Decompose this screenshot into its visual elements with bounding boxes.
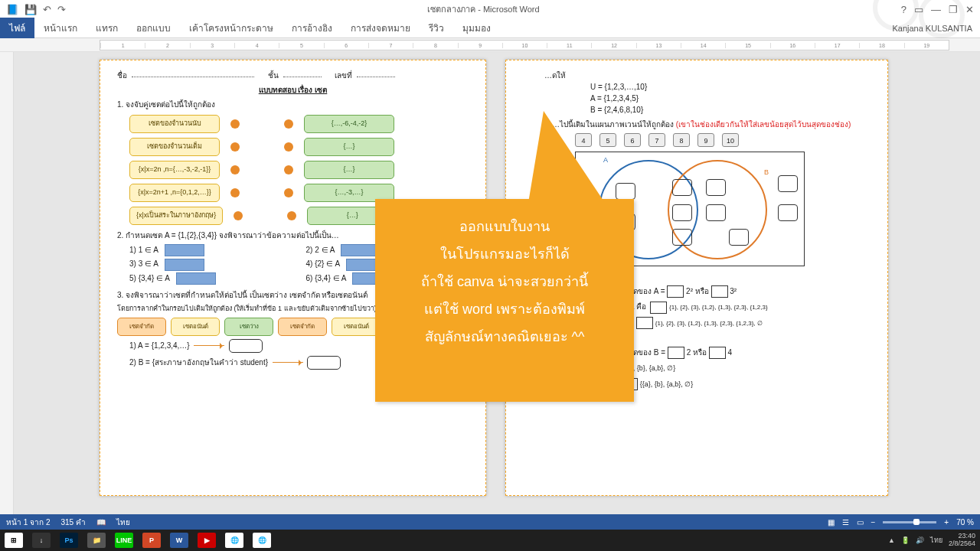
tab-file[interactable]: ไฟล์ xyxy=(0,18,34,38)
taskbar-app[interactable]: 🌐 xyxy=(220,530,248,551)
tab-insert[interactable]: แทรก xyxy=(87,18,127,38)
tab-design[interactable]: ออกแบบ xyxy=(127,18,180,38)
venn-slot[interactable] xyxy=(706,179,726,196)
taskbar-app[interactable]: 🌐 xyxy=(248,530,276,551)
undo-icon[interactable]: ↶ xyxy=(43,4,51,15)
word-count[interactable]: 315 คำ xyxy=(60,517,85,528)
language-indicator[interactable]: ไทย xyxy=(116,517,130,528)
answer-box[interactable] xyxy=(668,347,684,359)
match-right-pill[interactable]: {…} xyxy=(304,138,394,156)
number-tile[interactable]: 7 xyxy=(648,133,665,147)
redo-icon[interactable]: ↷ xyxy=(57,4,66,15)
match-dot-icon xyxy=(284,188,293,197)
number-tile[interactable]: 10 xyxy=(722,133,739,147)
number-tile[interactable]: 6 xyxy=(624,133,641,147)
set-type-pill[interactable]: เซตอนันต์ xyxy=(171,318,220,336)
answer-box[interactable] xyxy=(650,302,667,314)
q2-item: 3) 3 ∈ A xyxy=(129,259,158,268)
q2-item: 2) 2 ∈ A xyxy=(306,246,335,254)
taskbar-app[interactable]: LINE xyxy=(110,530,138,551)
title-bar: 📘 💾 ↶ ↷ เซตกลางภาค - Microsoft Word ? ▭ … xyxy=(0,0,980,18)
venn-slot[interactable] xyxy=(616,183,635,200)
ribbon-tabs: ไฟล์ หน้าแรก แทรก ออกแบบ เค้าโครงหน้ากระ… xyxy=(0,18,980,38)
venn-label-b: B xyxy=(764,168,769,178)
match-dot-icon xyxy=(284,119,293,129)
opt-b1: 2 หรือ xyxy=(687,348,707,357)
tray-clock[interactable]: 23:40 2/8/2564 xyxy=(949,533,975,548)
set-type-pill[interactable]: เซตอนันต์ xyxy=(332,318,381,336)
answer-box[interactable] xyxy=(709,347,726,359)
zoom-slider[interactable] xyxy=(883,521,936,523)
taskbar-app[interactable]: ⊞ xyxy=(0,530,28,551)
tray-date: 2/8/2564 xyxy=(949,540,975,548)
venn-slot[interactable] xyxy=(672,179,692,196)
tab-references[interactable]: การอ้างอิง xyxy=(283,18,341,38)
q2-item: 6) {3,4} ∈ A xyxy=(306,274,346,282)
venn-slot[interactable] xyxy=(778,204,798,221)
match-left-pill[interactable]: {x|x=2n+1 ,n={0,1,2,…}} xyxy=(129,184,220,202)
number-tile[interactable]: 8 xyxy=(673,133,690,147)
opt-list-1: {1}, {2}, {3}, {1,2}, {1,3}, {2,3}, {1,2… xyxy=(669,304,768,311)
tab-review[interactable]: รีวิว xyxy=(420,18,453,38)
set-a: A = {1,2,3,4,5} xyxy=(590,93,871,104)
window-title: เซตกลางภาค - Microsoft Word xyxy=(66,2,901,16)
match-right-pill[interactable]: {…,-6,-4,-2} xyxy=(304,115,394,133)
page-indicator[interactable]: หน้า 1 จาก 2 xyxy=(6,517,50,528)
answer-box[interactable] xyxy=(229,339,263,353)
taskbar-app[interactable]: Ps xyxy=(55,530,83,551)
ruler-horizontal[interactable]: 12345678910111213141516171819 xyxy=(0,38,980,52)
venn-slot[interactable] xyxy=(672,204,692,221)
zoom-out-icon[interactable]: − xyxy=(871,518,876,527)
q3-item-b: 2) B = {สระภาษาอังกฤษในคำว่า student} xyxy=(129,357,268,366)
set-u: U = {1,2,3,…,10} xyxy=(590,81,871,93)
tray-ime[interactable]: ไทย xyxy=(930,535,942,546)
tab-home[interactable]: หน้าแรก xyxy=(34,18,87,38)
tab-layout[interactable]: เค้าโครงหน้ากระดาษ xyxy=(180,18,283,38)
match-left-pill[interactable]: {x|x=2n ,n={…,-3,-2,-1}} xyxy=(129,161,220,179)
save-icon[interactable]: 💾 xyxy=(24,4,37,15)
tray-battery-icon[interactable]: 🔋 xyxy=(901,536,910,544)
tray-volume-icon[interactable]: 🔊 xyxy=(916,536,924,544)
tab-mailings[interactable]: การส่งจดหมาย xyxy=(341,18,420,38)
taskbar-app[interactable]: W xyxy=(165,530,193,551)
tray-up-icon[interactable]: ▲ xyxy=(888,536,895,544)
venn-instruction-red: (เขาในช่องเดียวกันให้ใส่เลขน้อยสุดไว้บนส… xyxy=(676,120,851,129)
ruler-vertical[interactable] xyxy=(0,52,14,514)
venn-slot[interactable] xyxy=(706,204,726,221)
callout-line-3: ถ้าใช้ canva น่าจะสวยกว่านี้ xyxy=(384,268,625,295)
match-dot-icon xyxy=(230,165,240,174)
venn-slot[interactable] xyxy=(729,229,749,246)
taskbar-app[interactable]: P xyxy=(138,530,165,551)
set-type-pill[interactable]: เซตจำกัด xyxy=(117,318,166,336)
view-read-icon[interactable]: ☰ xyxy=(842,518,849,527)
match-left-pill[interactable]: {x|xเป็นสระในภาษาอังกฤษ} xyxy=(129,207,223,225)
answer-box[interactable] xyxy=(176,272,216,285)
answer-box[interactable] xyxy=(307,356,341,370)
set-type-pill[interactable]: เซตว่าง xyxy=(224,318,273,336)
match-left-pill[interactable]: เซตของจำนวนเต็ม xyxy=(129,138,220,156)
set-type-pill[interactable]: เซตจำกัด xyxy=(278,318,327,336)
callout-line-4: แต่ใช้ word เพราะต้องพิมพ์ xyxy=(384,295,625,323)
opt-b2: 4 xyxy=(728,348,733,357)
taskbar-app[interactable]: ↓ xyxy=(28,530,55,551)
tab-view[interactable]: มุมมอง xyxy=(453,18,500,38)
answer-box[interactable] xyxy=(667,285,684,298)
number-tile[interactable]: 9 xyxy=(697,133,714,147)
answer-box[interactable] xyxy=(165,259,204,271)
venn-slot[interactable] xyxy=(672,229,692,246)
taskbar-app[interactable]: ▶ xyxy=(193,530,220,551)
venn-slot[interactable] xyxy=(778,175,798,192)
view-print-icon[interactable]: ▦ xyxy=(828,518,835,527)
match-right-pill[interactable]: {…} xyxy=(304,161,394,179)
match-left-pill[interactable]: เซตของจำนวนนับ xyxy=(129,115,220,133)
zoom-level[interactable]: 70 % xyxy=(956,518,974,527)
match-dot-icon xyxy=(230,188,240,197)
taskbar-app[interactable]: 📁 xyxy=(83,530,110,551)
view-web-icon[interactable]: ▭ xyxy=(857,518,864,527)
no-label: เลขที่ xyxy=(335,70,352,81)
spellcheck-icon[interactable]: 📖 xyxy=(96,518,106,527)
answer-box[interactable] xyxy=(165,244,204,256)
zoom-in-icon[interactable]: + xyxy=(944,518,949,527)
answer-box[interactable] xyxy=(636,317,653,329)
answer-box[interactable] xyxy=(711,285,728,298)
